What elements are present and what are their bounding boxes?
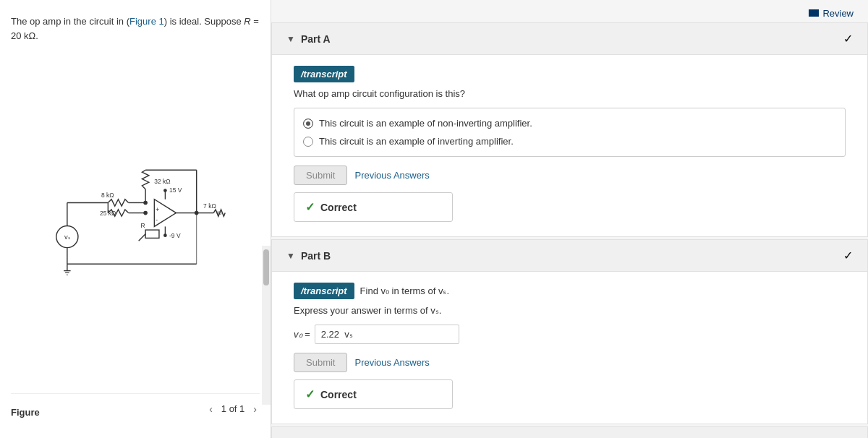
part-b-answer-prefix: v₀ = xyxy=(294,329,310,340)
part-b-prev-answers-link[interactable]: Previous Answers xyxy=(354,357,429,368)
scroll-thumb[interactable] xyxy=(263,249,269,285)
svg-text:-9 V: -9 V xyxy=(169,232,181,239)
review-label: Review xyxy=(822,8,854,19)
part-a-prev-answers-link[interactable]: Previous Answers xyxy=(354,170,429,181)
part-b-content: /transcript Find v₀ in terms of vₛ. Expr… xyxy=(272,272,867,424)
part-a-option-2-text: This circuit is an example of inverting … xyxy=(319,136,514,147)
part-a-title: Part A xyxy=(301,33,331,45)
review-bar: Review xyxy=(271,0,868,22)
svg-rect-27 xyxy=(145,230,159,238)
book-icon xyxy=(809,9,819,17)
svg-text:32 kΩ: 32 kΩ xyxy=(154,178,170,185)
part-a-transcript-btn[interactable]: /transcript xyxy=(294,66,354,82)
part-a-section: ▼ Part A ✓ /transcript What op amp circu… xyxy=(271,22,868,237)
radio-option-1-indicator xyxy=(303,119,313,129)
part-a-checkmark-icon: ✓ xyxy=(305,200,315,214)
svg-text:R: R xyxy=(141,222,145,229)
figure-header: Figure ‹ 1 of 1 › xyxy=(11,393,260,424)
svg-text:-: - xyxy=(156,216,158,223)
svg-line-28 xyxy=(139,234,145,241)
left-panel: The op amp in the circuit in (Figure 1) … xyxy=(0,0,271,438)
part-b-chevron: ▼ xyxy=(286,251,295,261)
svg-point-18 xyxy=(163,189,167,192)
part-b-header[interactable]: ▼ Part B ✓ xyxy=(272,240,867,272)
part-a-option-1-text: This circuit is an example of non-invert… xyxy=(319,118,532,129)
part-a-options: This circuit is an example of non-invert… xyxy=(294,108,846,157)
part-b-inline-question: Find v₀ in terms of vₛ. xyxy=(360,285,449,296)
svg-text:+: + xyxy=(156,206,159,213)
circuit-diagram: vₛ 8 kΩ 25 kΩ 32 kΩ xyxy=(34,162,237,278)
part-b-transcript-btn[interactable]: /transcript xyxy=(294,283,354,299)
svg-text:7 kΩ: 7 kΩ xyxy=(203,202,216,210)
scroll-track xyxy=(262,246,271,405)
part-a-actions: Submit Previous Answers xyxy=(294,166,846,185)
part-b-checkmark-icon: ✓ xyxy=(305,387,315,401)
circuit-figure: vₛ 8 kΩ 25 kΩ 32 kΩ xyxy=(11,53,260,386)
part-a-status: Correct xyxy=(320,202,357,213)
part-b-submit-btn[interactable]: Submit xyxy=(294,353,347,372)
radio-option-2-indicator xyxy=(303,137,313,147)
part-a-option-2[interactable]: This circuit is an example of inverting … xyxy=(303,132,836,150)
part-a-header[interactable]: ▼ Part A ✓ xyxy=(272,23,867,55)
part-b-actions: Submit Previous Answers xyxy=(294,353,846,372)
right-panel: Review ▼ Part A ✓ /transcript What op am… xyxy=(271,0,868,438)
figure-prev-btn[interactable]: ‹ xyxy=(206,402,216,416)
part-a-submit-btn[interactable]: Submit xyxy=(294,166,347,185)
problem-text: The op amp in the circuit in (Figure 1) … xyxy=(11,14,260,43)
part-b-status: Correct xyxy=(320,389,357,400)
part-c-header[interactable]: ▼ Part C xyxy=(272,427,867,438)
part-b-title: Part B xyxy=(301,250,331,262)
svg-text:vₛ: vₛ xyxy=(64,233,70,241)
figure-next-btn[interactable]: › xyxy=(250,402,260,416)
part-a-correct-badge: ✓ Correct xyxy=(294,192,453,222)
svg-text:15 V: 15 V xyxy=(169,186,182,194)
part-a-option-1[interactable]: This circuit is an example of non-invert… xyxy=(303,114,836,132)
figure-link[interactable]: Figure 1 xyxy=(129,16,164,27)
part-b-section: ▼ Part B ✓ /transcript Find v₀ in terms … xyxy=(271,239,868,424)
part-a-content: /transcript What op amp circuit configur… xyxy=(272,55,867,236)
part-b-transcript-row: /transcript Find v₀ in terms of vₛ. xyxy=(294,283,846,299)
part-b-answer-row: v₀ = xyxy=(294,325,846,344)
review-link[interactable]: Review xyxy=(809,8,854,19)
part-b-complete-check: ✓ xyxy=(843,249,853,262)
part-c-section: ▼ Part C xyxy=(271,426,868,438)
svg-point-21 xyxy=(163,233,167,237)
figure-nav: ‹ 1 of 1 › xyxy=(206,402,260,416)
part-a-question: What op amp circuit configuration is thi… xyxy=(294,88,846,99)
part-b-correct-badge: ✓ Correct xyxy=(294,379,453,409)
figure-nav-display: 1 of 1 xyxy=(221,403,245,414)
part-b-answer-input[interactable] xyxy=(315,325,459,344)
svg-text:8 kΩ: 8 kΩ xyxy=(101,192,114,199)
part-a-complete-check: ✓ xyxy=(843,32,853,46)
svg-point-10 xyxy=(143,211,148,215)
part-b-question: Express your answer in terms of vₛ. xyxy=(294,305,846,316)
figure-label: Figure xyxy=(11,400,40,418)
part-a-chevron: ▼ xyxy=(286,34,295,44)
